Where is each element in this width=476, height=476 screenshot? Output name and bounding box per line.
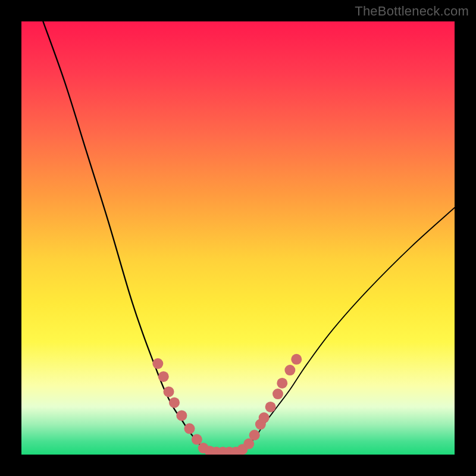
marker-point [277,378,287,389]
marker-point [176,410,187,421]
marker-point [169,397,180,408]
marker-point [273,389,283,399]
curve-left-path [43,21,208,452]
marker-point [152,358,163,369]
marker-point [192,434,202,445]
marker-point [265,402,276,412]
marker-point [284,365,295,375]
marker-point [249,430,260,440]
curve-right-path [238,208,455,452]
marker-point [158,371,169,382]
chart-frame: TheBottleneck.com [0,0,476,476]
marker-point [259,412,270,423]
marker-point [291,354,302,365]
marker-point [164,386,174,397]
marker-point [184,423,195,434]
curve-left [43,21,208,452]
chart-plot-area [21,21,455,455]
watermark-text: TheBottleneck.com [355,4,469,19]
curve-right [238,208,455,452]
chart-svg [21,21,455,455]
